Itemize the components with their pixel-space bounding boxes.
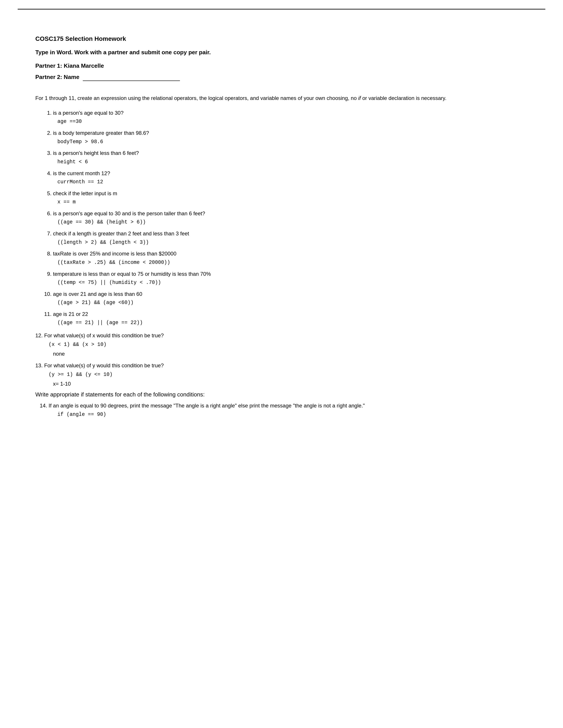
answer-code: currMonth == 12 bbox=[57, 178, 528, 186]
question-text: is a person's age equal to 30 and is the… bbox=[53, 210, 205, 216]
answer-code: ((age == 21) || (age == 22)) bbox=[57, 319, 528, 327]
question-text: check if the letter input is m bbox=[53, 190, 117, 196]
intro-italic: if bbox=[358, 95, 361, 101]
question-text: age is 21 or 22 bbox=[53, 311, 88, 317]
question-text: is a person's height less than 6 feet? bbox=[53, 150, 139, 156]
question-text: age is over 21 and age is less than 60 bbox=[53, 291, 142, 297]
question-text: is a body temperature greater than 98.6? bbox=[53, 130, 149, 136]
q13-code: (y >= 1) && (y <= 10) bbox=[49, 371, 528, 379]
question-14-block: 14. If an angle is equal to 90 degrees, … bbox=[35, 402, 528, 418]
answer-code: bodyTemp > 98.6 bbox=[57, 138, 528, 146]
answer-code: ((length > 2) && (length < 3)) bbox=[57, 238, 528, 247]
page-subtitle: Type in Word. Work with a partner and su… bbox=[35, 49, 528, 56]
partner2-label: Partner 2: Name bbox=[35, 74, 79, 80]
q12-code: (x < 1) && (x > 10) bbox=[49, 341, 528, 349]
question-text: temperature is less than or equal to 75 … bbox=[53, 271, 211, 277]
answer-code: ((taxRate > .25) && (income < 20000)) bbox=[57, 259, 528, 267]
list-item: age is over 21 and age is less than 60 (… bbox=[53, 290, 528, 307]
intro-text-after: or variable declaration is necessary. bbox=[361, 95, 446, 101]
question-text: is the current month 12? bbox=[53, 170, 110, 176]
write-statement: Write appropriate if statements for each… bbox=[35, 391, 528, 398]
intro-paragraph: For 1 through 11, create an expression u… bbox=[35, 94, 528, 102]
question-text: check if a length is greater than 2 feet… bbox=[53, 231, 189, 236]
answer-code: height < 6 bbox=[57, 158, 528, 166]
question-text: is a person's age equal to 30? bbox=[53, 110, 123, 116]
list-item: temperature is less than or equal to 75 … bbox=[53, 270, 528, 287]
q14-label: 14. bbox=[40, 403, 49, 409]
list-item: is the current month 12? currMonth == 12 bbox=[53, 169, 528, 186]
q13-label: 13. For what value(s) of y would this co… bbox=[35, 362, 164, 368]
q12-label: 12. For what value(s) of x would this co… bbox=[35, 332, 164, 338]
list-item: check if a length is greater than 2 feet… bbox=[53, 229, 528, 246]
list-item: is a body temperature greater than 98.6?… bbox=[53, 129, 528, 146]
list-item: is a person's age equal to 30 and is the… bbox=[53, 209, 528, 226]
partner1-line: Partner 1: Kiana Marcelle bbox=[35, 62, 528, 69]
question-12-block: 12. For what value(s) of x would this co… bbox=[35, 331, 528, 358]
q13-answer: x= 1-10 bbox=[53, 380, 528, 388]
list-item: age is 21 or 22 ((age == 21) || (age == … bbox=[53, 310, 528, 327]
top-border-line bbox=[18, 9, 545, 9]
list-item: is a person's age equal to 30? age ==30 bbox=[53, 109, 528, 126]
page-title: COSC175 Selection Homework bbox=[35, 35, 528, 42]
answer-code: ((age > 21) && (age <60)) bbox=[57, 299, 528, 307]
list-item: taxRate is over 25% and income is less t… bbox=[53, 250, 528, 266]
list-item: is a person's height less than 6 feet? h… bbox=[53, 149, 528, 166]
q12-answer: none bbox=[53, 350, 528, 358]
questions-list: is a person's age equal to 30? age ==30 … bbox=[35, 109, 528, 327]
list-item: check if the letter input is m x == m bbox=[53, 189, 528, 206]
partner1-name: Kiana Marcelle bbox=[64, 62, 104, 69]
question-text: taxRate is over 25% and income is less t… bbox=[53, 251, 176, 257]
partner2-line: Partner 2: Name bbox=[35, 74, 528, 81]
answer-code: age ==30 bbox=[57, 118, 528, 126]
partner2-name-input bbox=[83, 74, 180, 81]
partner1-label: Partner 1: bbox=[35, 62, 62, 69]
answer-code: x == m bbox=[57, 198, 528, 206]
q14-text: If an angle is equal to 90 degrees, prin… bbox=[49, 403, 365, 409]
page: COSC175 Selection Homework Type in Word.… bbox=[0, 0, 563, 728]
answer-code: ((temp <= 75) || (humidity < .70)) bbox=[57, 279, 528, 287]
question-13-block: 13. For what value(s) of y would this co… bbox=[35, 361, 528, 388]
q14-code: if (angle == 90) bbox=[57, 411, 528, 419]
answer-code: ((age == 30) && (height > 6)) bbox=[57, 218, 528, 226]
intro-text-before: For 1 through 11, create an expression u… bbox=[35, 95, 358, 101]
